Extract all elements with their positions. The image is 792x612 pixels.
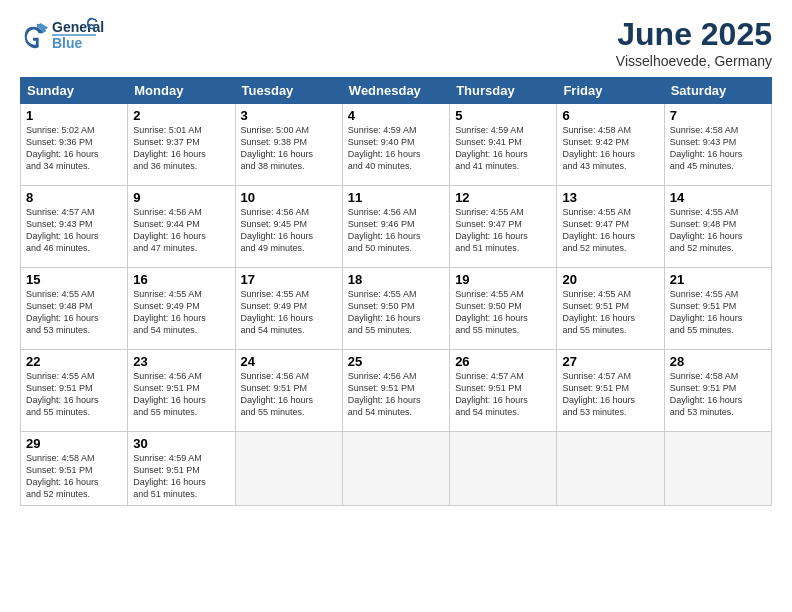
day-number: 2 (133, 108, 229, 123)
table-row: 26Sunrise: 4:57 AM Sunset: 9:51 PM Dayli… (450, 350, 557, 432)
day-number: 3 (241, 108, 337, 123)
day-number: 30 (133, 436, 229, 451)
header-wednesday: Wednesday (342, 78, 449, 104)
day-number: 4 (348, 108, 444, 123)
calendar: Sunday Monday Tuesday Wednesday Thursday… (20, 77, 772, 506)
day-number: 1 (26, 108, 122, 123)
day-info: Sunrise: 4:58 AM Sunset: 9:51 PM Dayligh… (26, 452, 122, 501)
day-number: 28 (670, 354, 766, 369)
day-info: Sunrise: 4:55 AM Sunset: 9:51 PM Dayligh… (26, 370, 122, 419)
table-row: 9Sunrise: 4:56 AM Sunset: 9:44 PM Daylig… (128, 186, 235, 268)
day-number: 25 (348, 354, 444, 369)
table-row (235, 432, 342, 506)
day-number: 8 (26, 190, 122, 205)
day-info: Sunrise: 5:02 AM Sunset: 9:36 PM Dayligh… (26, 124, 122, 173)
table-row: 8Sunrise: 4:57 AM Sunset: 9:43 PM Daylig… (21, 186, 128, 268)
day-number: 10 (241, 190, 337, 205)
table-row (342, 432, 449, 506)
header-friday: Friday (557, 78, 664, 104)
table-row: 24Sunrise: 4:56 AM Sunset: 9:51 PM Dayli… (235, 350, 342, 432)
day-info: Sunrise: 4:55 AM Sunset: 9:47 PM Dayligh… (562, 206, 658, 255)
table-row: 4Sunrise: 4:59 AM Sunset: 9:40 PM Daylig… (342, 104, 449, 186)
header-sunday: Sunday (21, 78, 128, 104)
day-info: Sunrise: 5:01 AM Sunset: 9:37 PM Dayligh… (133, 124, 229, 173)
day-number: 5 (455, 108, 551, 123)
day-number: 19 (455, 272, 551, 287)
day-info: Sunrise: 4:59 AM Sunset: 9:51 PM Dayligh… (133, 452, 229, 501)
day-number: 15 (26, 272, 122, 287)
table-row: 18Sunrise: 4:55 AM Sunset: 9:50 PM Dayli… (342, 268, 449, 350)
day-info: Sunrise: 4:55 AM Sunset: 9:50 PM Dayligh… (348, 288, 444, 337)
table-row (664, 432, 771, 506)
table-row: 10Sunrise: 4:56 AM Sunset: 9:45 PM Dayli… (235, 186, 342, 268)
header-monday: Monday (128, 78, 235, 104)
day-info: Sunrise: 4:56 AM Sunset: 9:51 PM Dayligh… (241, 370, 337, 419)
table-row: 27Sunrise: 4:57 AM Sunset: 9:51 PM Dayli… (557, 350, 664, 432)
day-number: 7 (670, 108, 766, 123)
logo-text: General Blue (50, 16, 130, 57)
table-row: 29Sunrise: 4:58 AM Sunset: 9:51 PM Dayli… (21, 432, 128, 506)
table-row: 20Sunrise: 4:55 AM Sunset: 9:51 PM Dayli… (557, 268, 664, 350)
day-number: 16 (133, 272, 229, 287)
day-info: Sunrise: 4:56 AM Sunset: 9:46 PM Dayligh… (348, 206, 444, 255)
day-info: Sunrise: 4:56 AM Sunset: 9:51 PM Dayligh… (348, 370, 444, 419)
title-block: June 2025 Visselhoevede, Germany (616, 16, 772, 69)
day-number: 11 (348, 190, 444, 205)
table-row: 17Sunrise: 4:55 AM Sunset: 9:49 PM Dayli… (235, 268, 342, 350)
table-row (450, 432, 557, 506)
weekday-header-row: Sunday Monday Tuesday Wednesday Thursday… (21, 78, 772, 104)
day-info: Sunrise: 4:55 AM Sunset: 9:51 PM Dayligh… (562, 288, 658, 337)
table-row: 7Sunrise: 4:58 AM Sunset: 9:43 PM Daylig… (664, 104, 771, 186)
day-info: Sunrise: 4:58 AM Sunset: 9:42 PM Dayligh… (562, 124, 658, 173)
logo: General Blue (20, 16, 130, 57)
day-number: 12 (455, 190, 551, 205)
day-number: 20 (562, 272, 658, 287)
table-row: 28Sunrise: 4:58 AM Sunset: 9:51 PM Dayli… (664, 350, 771, 432)
day-info: Sunrise: 4:58 AM Sunset: 9:43 PM Dayligh… (670, 124, 766, 173)
day-number: 18 (348, 272, 444, 287)
location: Visselhoevede, Germany (616, 53, 772, 69)
day-number: 17 (241, 272, 337, 287)
header: General Blue June 2025 Visselhoevede, Ge… (20, 16, 772, 69)
day-number: 14 (670, 190, 766, 205)
table-row: 3Sunrise: 5:00 AM Sunset: 9:38 PM Daylig… (235, 104, 342, 186)
day-number: 26 (455, 354, 551, 369)
day-info: Sunrise: 4:55 AM Sunset: 9:49 PM Dayligh… (241, 288, 337, 337)
table-row: 30Sunrise: 4:59 AM Sunset: 9:51 PM Dayli… (128, 432, 235, 506)
day-number: 24 (241, 354, 337, 369)
day-number: 23 (133, 354, 229, 369)
day-info: Sunrise: 4:59 AM Sunset: 9:40 PM Dayligh… (348, 124, 444, 173)
day-info: Sunrise: 4:55 AM Sunset: 9:50 PM Dayligh… (455, 288, 551, 337)
table-row: 12Sunrise: 4:55 AM Sunset: 9:47 PM Dayli… (450, 186, 557, 268)
day-number: 6 (562, 108, 658, 123)
day-info: Sunrise: 4:55 AM Sunset: 9:49 PM Dayligh… (133, 288, 229, 337)
table-row: 11Sunrise: 4:56 AM Sunset: 9:46 PM Dayli… (342, 186, 449, 268)
day-info: Sunrise: 4:56 AM Sunset: 9:51 PM Dayligh… (133, 370, 229, 419)
day-info: Sunrise: 5:00 AM Sunset: 9:38 PM Dayligh… (241, 124, 337, 173)
header-tuesday: Tuesday (235, 78, 342, 104)
day-info: Sunrise: 4:58 AM Sunset: 9:51 PM Dayligh… (670, 370, 766, 419)
day-info: Sunrise: 4:57 AM Sunset: 9:43 PM Dayligh… (26, 206, 122, 255)
day-number: 22 (26, 354, 122, 369)
table-row: 1Sunrise: 5:02 AM Sunset: 9:36 PM Daylig… (21, 104, 128, 186)
table-row: 13Sunrise: 4:55 AM Sunset: 9:47 PM Dayli… (557, 186, 664, 268)
day-info: Sunrise: 4:56 AM Sunset: 9:44 PM Dayligh… (133, 206, 229, 255)
svg-text:Blue: Blue (52, 35, 83, 51)
day-number: 9 (133, 190, 229, 205)
table-row: 25Sunrise: 4:56 AM Sunset: 9:51 PM Dayli… (342, 350, 449, 432)
table-row: 22Sunrise: 4:55 AM Sunset: 9:51 PM Dayli… (21, 350, 128, 432)
header-saturday: Saturday (664, 78, 771, 104)
day-info: Sunrise: 4:55 AM Sunset: 9:48 PM Dayligh… (26, 288, 122, 337)
day-number: 13 (562, 190, 658, 205)
table-row: 23Sunrise: 4:56 AM Sunset: 9:51 PM Dayli… (128, 350, 235, 432)
table-row: 19Sunrise: 4:55 AM Sunset: 9:50 PM Dayli… (450, 268, 557, 350)
table-row: 16Sunrise: 4:55 AM Sunset: 9:49 PM Dayli… (128, 268, 235, 350)
table-row: 2Sunrise: 5:01 AM Sunset: 9:37 PM Daylig… (128, 104, 235, 186)
day-info: Sunrise: 4:56 AM Sunset: 9:45 PM Dayligh… (241, 206, 337, 255)
day-number: 21 (670, 272, 766, 287)
day-info: Sunrise: 4:57 AM Sunset: 9:51 PM Dayligh… (455, 370, 551, 419)
table-row: 21Sunrise: 4:55 AM Sunset: 9:51 PM Dayli… (664, 268, 771, 350)
day-info: Sunrise: 4:55 AM Sunset: 9:48 PM Dayligh… (670, 206, 766, 255)
table-row: 5Sunrise: 4:59 AM Sunset: 9:41 PM Daylig… (450, 104, 557, 186)
table-row: 6Sunrise: 4:58 AM Sunset: 9:42 PM Daylig… (557, 104, 664, 186)
